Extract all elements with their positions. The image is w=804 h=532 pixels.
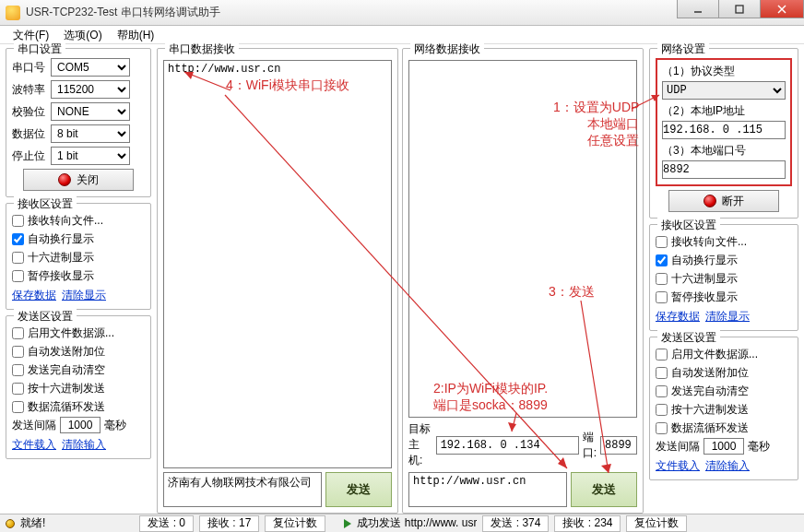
serial-tx-textarea[interactable]: 济南有人物联网技术有限公司 bbox=[163, 472, 322, 507]
local-ip-input[interactable] bbox=[662, 121, 786, 139]
net-settings-group: 网络设置 （1）协议类型 UDP （2）本地IP地址 （3）本地端口号 断开 bbox=[649, 48, 798, 219]
net-tx-hex-check[interactable]: 按十六进制发送 bbox=[656, 402, 792, 418]
window-title: USR-TCP232-Test 串口转网络调试助手 bbox=[26, 5, 220, 20]
net-rx-auto-wrap-check[interactable]: 自动换行显示 bbox=[656, 253, 792, 268]
serial-port-select[interactable]: COM5 bbox=[51, 58, 130, 77]
status-serial-send: 发送 : 0 bbox=[139, 515, 194, 532]
statusbar: 就绪! 发送 : 0 接收 : 17 复位计数 成功发送 http://www.… bbox=[0, 514, 804, 532]
tx-auto-clear-check[interactable]: 发送完自动清空 bbox=[12, 362, 145, 378]
rx-to-file-check[interactable]: 接收转向文件... bbox=[12, 213, 145, 229]
target-host-input[interactable] bbox=[436, 436, 579, 455]
rx-hex-check[interactable]: 十六进制显示 bbox=[12, 250, 145, 266]
data-bits-select[interactable]: 8 bit bbox=[51, 124, 130, 143]
net-tx-loop-check[interactable]: 数据流循环发送 bbox=[656, 420, 792, 436]
svg-rect-1 bbox=[736, 6, 743, 13]
serial-rx-textarea[interactable]: http://www.usr.cn bbox=[163, 60, 392, 468]
net-settings-highlight: （1）协议类型 UDP （2）本地IP地址 （3）本地端口号 bbox=[656, 58, 792, 186]
status-net-recv: 接收 : 234 bbox=[554, 515, 621, 532]
interval-label: 发送间隔 bbox=[12, 418, 56, 433]
net-send-button[interactable]: 发送 bbox=[571, 472, 637, 507]
status-serial-recv: 接收 : 17 bbox=[199, 515, 259, 532]
tx-from-file-check[interactable]: 启用文件数据源... bbox=[12, 325, 145, 341]
net-rx-clear-link[interactable]: 清除显示 bbox=[705, 310, 750, 323]
rx-save-link[interactable]: 保存数据 bbox=[12, 289, 56, 301]
status-reset1[interactable]: 复位计数 bbox=[265, 515, 325, 532]
baud-select[interactable]: 115200 bbox=[51, 80, 130, 99]
local-port-label: （3）本地端口号 bbox=[662, 143, 786, 159]
tx-auto-suffix-check[interactable]: 自动发送附加位 bbox=[12, 344, 145, 360]
minimize-button[interactable] bbox=[677, 0, 719, 18]
net-disconnect-button[interactable]: 断开 bbox=[668, 190, 779, 212]
net-tx-textarea[interactable]: http://www.usr.cn bbox=[408, 472, 567, 507]
tx-hex-check[interactable]: 按十六进制发送 bbox=[12, 381, 145, 396]
status-net-send: 发送 : 374 bbox=[482, 515, 549, 532]
net-tx-auto-clear-check[interactable]: 发送完自动清空 bbox=[656, 384, 792, 399]
maximize-button[interactable] bbox=[718, 0, 761, 18]
tx-file-load-link[interactable]: 文件载入 bbox=[12, 438, 56, 451]
rx-pause-check[interactable]: 暂停接收显示 bbox=[12, 268, 145, 284]
serial-send-button[interactable]: 发送 bbox=[325, 472, 392, 507]
net-tx-from-file-check[interactable]: 启用文件数据源... bbox=[656, 347, 792, 362]
rx-clear-link[interactable]: 清除显示 bbox=[62, 289, 106, 301]
status-ready: 就绪! bbox=[20, 515, 45, 531]
parity-select[interactable]: NONE bbox=[51, 102, 130, 121]
titlebar: USR-TCP232-Test 串口转网络调试助手 bbox=[0, 0, 804, 26]
net-tx-file-load-link[interactable]: 文件载入 bbox=[656, 459, 700, 472]
target-host-label: 目标主机: bbox=[408, 421, 432, 468]
serial-close-button[interactable]: 关闭 bbox=[23, 169, 134, 191]
net-rx-save-link[interactable]: 保存数据 bbox=[656, 310, 700, 323]
net-tx-auto-suffix-check[interactable]: 自动发送附加位 bbox=[656, 365, 792, 381]
tx-loop-check[interactable]: 数据流循环发送 bbox=[12, 399, 145, 415]
net-tx-settings-group: 发送区设置 启用文件数据源... 自动发送附加位 发送完自动清空 按十六进制发送… bbox=[649, 337, 798, 480]
led-red-icon bbox=[704, 195, 716, 207]
stop-bits-label: 停止位 bbox=[12, 148, 47, 164]
rx-auto-wrap-check[interactable]: 自动换行显示 bbox=[12, 231, 145, 247]
serial-tx-settings-group: 发送区设置 启用文件数据源... 自动发送附加位 发送完自动清空 按十六进制发送… bbox=[6, 315, 151, 459]
serial-settings-group: 串口设置 串口号COM5 波特率115200 校验位NONE 数据位8 bit … bbox=[6, 48, 151, 197]
status-net-msg: 成功发送 http://www. usr bbox=[357, 515, 477, 531]
led-red-icon bbox=[58, 173, 71, 186]
status-led-icon bbox=[6, 519, 15, 528]
play-icon bbox=[344, 519, 351, 528]
net-tx-clear-input-link[interactable]: 清除输入 bbox=[705, 459, 750, 472]
status-reset2[interactable]: 复位计数 bbox=[626, 515, 687, 532]
net-rx-settings-group: 接收区设置 接收转向文件... 自动换行显示 十六进制显示 暂停接收显示 保存数… bbox=[649, 224, 798, 331]
serial-rx-settings-group: 接收区设置 接收转向文件... 自动换行显示 十六进制显示 暂停接收显示 保存数… bbox=[6, 203, 151, 310]
net-rx-pause-check[interactable]: 暂停接收显示 bbox=[656, 290, 792, 305]
baud-label: 波特率 bbox=[12, 82, 47, 98]
net-interval-input[interactable] bbox=[704, 438, 744, 455]
menu-help[interactable]: 帮助(H) bbox=[110, 26, 162, 43]
local-port-input[interactable] bbox=[662, 160, 786, 179]
target-port-label: 端口: bbox=[583, 430, 597, 461]
data-bits-label: 数据位 bbox=[12, 126, 47, 142]
tx-clear-input-link[interactable]: 清除输入 bbox=[62, 438, 106, 451]
interval-input[interactable] bbox=[60, 417, 100, 433]
target-port-input[interactable] bbox=[600, 436, 637, 455]
local-ip-label: （2）本地IP地址 bbox=[662, 103, 786, 119]
net-rx-to-file-check[interactable]: 接收转向文件... bbox=[656, 234, 792, 250]
app-icon bbox=[6, 6, 20, 20]
parity-label: 校验位 bbox=[12, 104, 47, 120]
net-rx-textarea[interactable] bbox=[408, 60, 637, 418]
serial-rx-group: 串口数据接收 http://www.usr.cn 济南有人物联网技术有限公司 发… bbox=[157, 48, 398, 514]
net-rx-hex-check[interactable]: 十六进制显示 bbox=[656, 271, 792, 287]
net-rx-group: 网络数据接收 目标主机: 端口: http://www.usr.cn 发送 bbox=[402, 48, 644, 514]
stop-bits-select[interactable]: 1 bit bbox=[51, 147, 130, 165]
proto-select[interactable]: UDP bbox=[662, 81, 786, 100]
serial-port-label: 串口号 bbox=[12, 60, 47, 76]
close-button[interactable] bbox=[760, 0, 804, 18]
serial-settings-title: 串口设置 bbox=[14, 41, 65, 57]
proto-label: （1）协议类型 bbox=[662, 64, 786, 79]
